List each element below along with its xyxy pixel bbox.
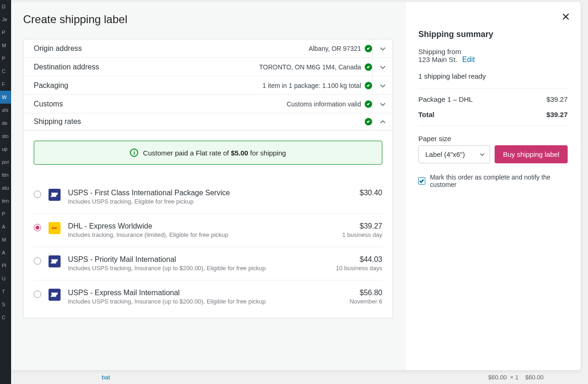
rate-option[interactable]: USPS - First Class International Package… bbox=[34, 180, 382, 214]
packaging-value: 1 item in 1 package: 1.100 kg total bbox=[263, 82, 361, 89]
rates-section[interactable]: Shipping rates bbox=[24, 113, 392, 130]
usps-logo bbox=[49, 189, 61, 201]
rate-price: $39.27 bbox=[342, 222, 382, 230]
chevron-down-icon bbox=[380, 64, 386, 70]
rate-option[interactable]: USPS - Priority Mail InternationalInclud… bbox=[34, 247, 382, 280]
main-panel: Create shipping label Origin address Alb… bbox=[11, 2, 405, 370]
ship-from-address: 123 Main St. bbox=[418, 56, 457, 63]
modal-title: Create shipping label bbox=[23, 13, 393, 26]
rate-price: $56.80 bbox=[349, 289, 382, 297]
usps-logo bbox=[49, 289, 61, 301]
rate-radio[interactable] bbox=[34, 257, 41, 265]
check-icon bbox=[365, 118, 372, 125]
bg-order-row: bat $60.00 × 1 $60.00 bbox=[65, 370, 581, 384]
check-icon bbox=[365, 45, 372, 52]
summary-panel: Shipping summary Shipping from 123 Main … bbox=[405, 2, 581, 370]
info-icon: i bbox=[130, 149, 138, 157]
edit-address-link[interactable]: Edit bbox=[462, 56, 475, 63]
summary-title: Shipping summary bbox=[418, 30, 568, 39]
customs-label: Customs bbox=[34, 100, 287, 108]
paper-size-select[interactable]: Label (4"x6") bbox=[418, 145, 490, 163]
close-button[interactable] bbox=[561, 12, 570, 21]
check-icon bbox=[419, 178, 424, 184]
rate-desc: Includes USPS tracking, Insurance (up to… bbox=[68, 265, 329, 272]
chevron-down-icon bbox=[380, 101, 386, 107]
chevron-down-icon bbox=[380, 45, 386, 52]
check-icon bbox=[365, 63, 372, 71]
usps-logo bbox=[49, 255, 61, 267]
rate-price: $44.03 bbox=[336, 255, 382, 264]
rate-option[interactable]: USPS - Express Mail InternationalInclude… bbox=[34, 280, 382, 313]
summary-line-amount: $39.27 bbox=[546, 95, 568, 103]
rate-option[interactable]: DHLDHL - Express WorldwideIncludes track… bbox=[34, 214, 382, 247]
rate-radio[interactable] bbox=[34, 291, 41, 298]
check-icon bbox=[365, 82, 372, 89]
rate-desc: Includes tracking, Insurance (limited), … bbox=[68, 231, 335, 238]
summary-line: Package 1 – DHL $39.27 bbox=[418, 89, 568, 107]
chevron-up-icon bbox=[380, 118, 386, 125]
wp-sidebar: DJePMPCF W shidestoupporttinatuten PAMAP… bbox=[0, 0, 11, 384]
total-label: Total bbox=[418, 111, 435, 118]
notice-text: Customer paid a Flat rate of $5.00 for s… bbox=[143, 149, 286, 157]
rates-label: Shipping rates bbox=[34, 118, 365, 126]
packaging-section[interactable]: Packaging 1 item in 1 package: 1.100 kg … bbox=[24, 76, 392, 95]
rate-desc: Includes USPS tracking, Insurance (up to… bbox=[68, 298, 342, 305]
expand-destination[interactable] bbox=[372, 58, 392, 76]
paper-size-label: Paper size bbox=[418, 135, 568, 142]
mark-complete-label: Mark this order as complete and notify t… bbox=[430, 173, 568, 188]
rate-name: DHL - Express Worldwide bbox=[68, 222, 335, 230]
customs-section[interactable]: Customs Customs information valid bbox=[24, 95, 392, 113]
summary-line-label: Package 1 – DHL bbox=[418, 95, 473, 103]
rate-name: USPS - First Class International Package… bbox=[68, 189, 352, 197]
expand-customs[interactable] bbox=[372, 95, 392, 113]
packaging-label: Packaging bbox=[34, 81, 263, 90]
chevron-down-icon bbox=[479, 152, 485, 157]
collapse-rates[interactable] bbox=[372, 113, 392, 130]
customs-value: Customs information valid bbox=[287, 100, 361, 108]
destination-section[interactable]: Destination address TORONTO, ON M6G 1M4,… bbox=[24, 58, 392, 76]
divider bbox=[418, 126, 568, 126]
scrollbar[interactable] bbox=[582, 0, 588, 384]
summary-total: Total $39.27 bbox=[418, 107, 568, 126]
total-amount: $39.27 bbox=[546, 111, 568, 118]
chevron-down-icon bbox=[380, 82, 386, 89]
expand-origin[interactable] bbox=[372, 39, 392, 57]
dhl-logo: DHL bbox=[49, 222, 61, 234]
accordion: Origin address Albany, OR 97321 Destinat… bbox=[23, 39, 393, 130]
shipping-label-modal: Create shipping label Origin address Alb… bbox=[11, 2, 581, 370]
rate-name: USPS - Express Mail International bbox=[68, 289, 342, 297]
rate-eta: 1 business day bbox=[342, 231, 382, 238]
destination-label: Destination address bbox=[34, 63, 259, 71]
rate-eta: 10 business days bbox=[336, 265, 382, 272]
origin-value: Albany, OR 97321 bbox=[309, 45, 361, 52]
origin-section[interactable]: Origin address Albany, OR 97321 bbox=[24, 39, 392, 58]
origin-label: Origin address bbox=[34, 44, 309, 53]
rate-eta: November 6 bbox=[349, 298, 382, 305]
expand-packaging[interactable] bbox=[372, 76, 392, 94]
mark-complete-checkbox[interactable] bbox=[418, 177, 425, 185]
check-icon bbox=[365, 100, 372, 108]
ship-from-label: Shipping from bbox=[418, 48, 568, 56]
rates-body: i Customer paid a Flat rate of $5.00 for… bbox=[23, 130, 393, 318]
rate-price: $30.40 bbox=[360, 189, 382, 197]
buy-shipping-label-button[interactable]: Buy shipping label bbox=[495, 145, 568, 163]
rate-desc: Includes USPS tracking, Eligible for fre… bbox=[68, 198, 352, 205]
labels-ready: 1 shipping label ready bbox=[418, 72, 568, 80]
rate-radio[interactable] bbox=[34, 191, 41, 198]
rate-name: USPS - Priority Mail International bbox=[68, 255, 329, 264]
flat-rate-notice: i Customer paid a Flat rate of $5.00 for… bbox=[34, 141, 382, 165]
destination-value: TORONTO, ON M6G 1M4, Canada bbox=[259, 63, 361, 71]
rate-radio[interactable] bbox=[34, 224, 41, 231]
